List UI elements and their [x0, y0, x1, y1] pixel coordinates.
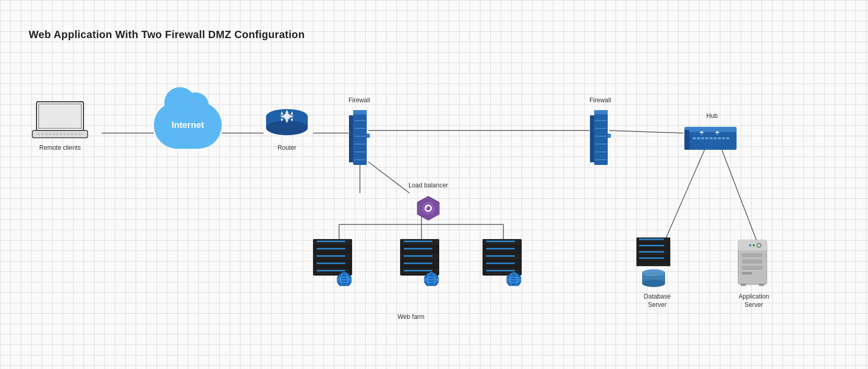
svg-rect-68 — [701, 137, 704, 139]
svg-rect-90 — [317, 241, 345, 242]
svg-point-142 — [642, 269, 665, 277]
svg-rect-153 — [741, 283, 746, 286]
svg-rect-154 — [759, 283, 764, 286]
svg-point-95 — [337, 272, 352, 286]
svg-rect-94 — [317, 270, 345, 271]
svg-rect-108 — [404, 263, 432, 264]
svg-rect-62 — [608, 134, 611, 138]
firewall2-component: Firewall — [589, 97, 611, 173]
svg-point-83 — [426, 206, 428, 208]
web-server-3-component — [480, 239, 527, 286]
database-server-label: Database Server — [644, 293, 670, 309]
application-server-label: Application Server — [739, 293, 769, 309]
application-server-icon — [730, 237, 777, 290]
svg-rect-145 — [738, 240, 767, 251]
svg-rect-64 — [684, 127, 737, 132]
svg-point-125 — [507, 272, 521, 286]
svg-rect-155 — [742, 272, 752, 275]
database-server-icon — [634, 237, 681, 290]
router-icon — [263, 107, 310, 141]
svg-rect-71 — [714, 137, 717, 139]
svg-rect-107 — [404, 255, 432, 257]
remote-clients-label: Remote clients — [39, 144, 80, 152]
web-farm-label: Web farm — [397, 313, 425, 322]
svg-point-151 — [753, 244, 755, 246]
web-server-3-icon — [480, 239, 527, 286]
svg-rect-105 — [404, 241, 432, 242]
hub-component: Hub — [683, 112, 741, 153]
svg-rect-66 — [693, 137, 696, 139]
svg-rect-135 — [639, 239, 664, 240]
svg-rect-70 — [709, 137, 713, 139]
svg-point-110 — [424, 272, 439, 286]
svg-rect-91 — [317, 248, 345, 249]
svg-rect-92 — [317, 255, 345, 257]
firewall2-label: Firewall — [589, 97, 611, 105]
firewall1-label: Firewall — [348, 97, 370, 105]
svg-rect-74 — [726, 137, 729, 139]
svg-point-141 — [642, 280, 665, 287]
web-server-2-component — [397, 239, 444, 286]
router-label: Router — [278, 144, 296, 152]
svg-rect-93 — [317, 263, 345, 264]
svg-rect-109 — [404, 270, 432, 271]
router-component: Router — [263, 107, 310, 152]
svg-rect-73 — [722, 137, 725, 139]
firewall1-component: Firewall — [348, 97, 370, 173]
svg-rect-138 — [639, 257, 664, 259]
svg-rect-65 — [684, 130, 690, 150]
remote-clients-component: Remote clients — [31, 99, 89, 152]
svg-point-150 — [757, 244, 761, 247]
svg-rect-72 — [718, 137, 721, 139]
laptop-icon — [31, 99, 89, 141]
svg-point-34 — [284, 113, 290, 120]
svg-rect-122 — [486, 255, 515, 257]
hub-icon — [683, 126, 741, 153]
internet-label: Internet — [172, 120, 204, 130]
load-balancer-icon — [415, 195, 441, 221]
svg-rect-52 — [367, 134, 370, 138]
database-server-component: Database Server — [634, 237, 681, 309]
svg-rect-136 — [639, 245, 664, 246]
svg-rect-106 — [404, 248, 432, 249]
web-server-1-component — [310, 239, 357, 286]
hub-label: Hub — [706, 112, 718, 121]
svg-rect-123 — [486, 263, 515, 264]
svg-rect-69 — [705, 137, 708, 139]
svg-rect-54 — [590, 115, 594, 162]
svg-rect-55 — [594, 110, 608, 114]
internet-cloud: Internet — [154, 102, 222, 149]
svg-rect-146 — [742, 253, 763, 257]
svg-point-152 — [749, 244, 751, 246]
svg-rect-67 — [697, 137, 700, 139]
svg-rect-45 — [353, 110, 367, 114]
diagram-title: Web Application With Two Firewall DMZ Co… — [29, 29, 305, 41]
internet-component: Internet — [154, 102, 222, 149]
svg-rect-63 — [684, 130, 737, 150]
web-server-1-icon — [310, 239, 357, 286]
svg-rect-147 — [742, 259, 763, 264]
svg-rect-124 — [486, 270, 515, 271]
svg-rect-134 — [636, 263, 670, 266]
application-server-component: Application Server — [730, 237, 777, 309]
svg-rect-44 — [349, 115, 353, 162]
web-server-2-icon — [397, 239, 444, 286]
svg-rect-120 — [486, 241, 515, 242]
firewall2-icon — [590, 110, 611, 173]
firewall1-icon — [349, 110, 370, 173]
web-farm-label-component: Web farm — [397, 313, 425, 322]
load-balancer-component: Load balancer — [408, 182, 448, 221]
load-balancer-label: Load balancer — [408, 182, 448, 190]
svg-rect-16 — [39, 104, 81, 128]
svg-rect-121 — [486, 248, 515, 249]
svg-rect-137 — [639, 251, 664, 253]
svg-rect-148 — [742, 266, 763, 270]
